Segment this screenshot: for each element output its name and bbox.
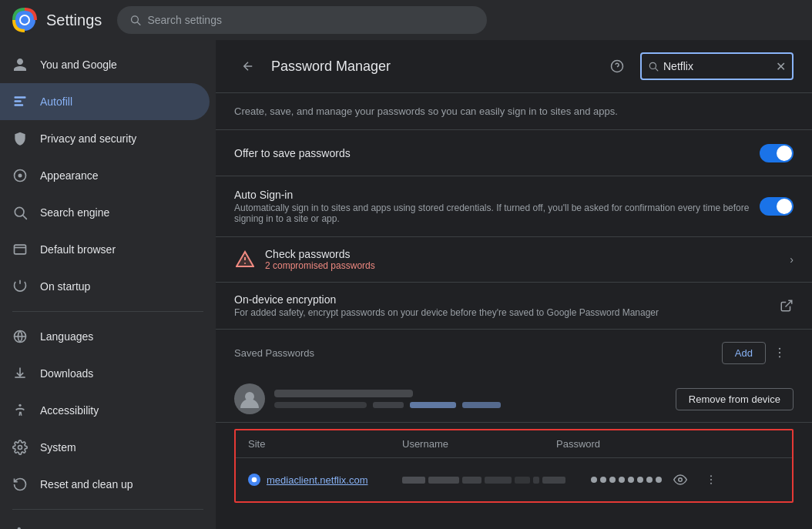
- auto-signin-row: Auto Sign-in Automatically sign in to si…: [216, 176, 812, 237]
- search-engine-icon: [12, 205, 28, 220]
- reset-icon: [12, 477, 28, 492]
- back-button[interactable]: [234, 52, 262, 80]
- sidebar-item-extensions[interactable]: Extensions ↗: [0, 516, 210, 529]
- autofill-icon: [12, 94, 28, 109]
- remove-from-device-button[interactable]: Remove from device: [676, 388, 794, 410]
- netflix-results-table: Site Username Password mediaclient.netfl…: [234, 429, 794, 503]
- password-manager-title: Password Manager: [271, 59, 594, 75]
- sidebar-item-system[interactable]: System: [0, 429, 210, 466]
- shield-icon: [12, 131, 28, 146]
- password-manager-header: Password Manager ✕: [216, 40, 812, 93]
- sidebar-item-default-browser[interactable]: Default browser: [0, 231, 210, 268]
- sidebar-item-system-label: System: [40, 441, 197, 454]
- auto-signin-toggle[interactable]: [760, 197, 794, 216]
- sidebar-item-search-engine-label: Search engine: [40, 206, 197, 219]
- sidebar-item-search-engine[interactable]: Search engine: [0, 194, 210, 231]
- svg-point-9: [18, 174, 22, 178]
- sidebar-item-reset-label: Reset and clean up: [40, 478, 197, 490]
- browser-icon: [12, 242, 28, 257]
- help-button[interactable]: [603, 52, 631, 80]
- sidebar-item-downloads[interactable]: Downloads: [0, 355, 210, 392]
- chevron-right-icon: ›: [790, 253, 794, 266]
- sidebar-item-privacy-security[interactable]: Privacy and security: [0, 120, 210, 157]
- svg-point-29: [779, 352, 780, 353]
- sidebar-item-accessibility-label: Accessibility: [40, 404, 197, 417]
- sidebar-item-on-startup-label: On startup: [40, 280, 197, 293]
- offer-save-toggle[interactable]: [760, 144, 794, 162]
- check-passwords-title: Check passwords: [265, 248, 790, 260]
- auto-signin-label: Auto Sign-in: [234, 189, 760, 201]
- search-clear-button[interactable]: ✕: [776, 59, 786, 74]
- saved-passwords-header: Saved Passwords Add: [216, 330, 812, 376]
- table-header-site: Site: [248, 438, 402, 450]
- svg-point-26: [244, 263, 246, 264]
- password-search-box[interactable]: ✕: [640, 52, 794, 80]
- page-title: Settings: [46, 12, 102, 29]
- site-link[interactable]: mediaclient.netflix.com: [267, 474, 368, 486]
- encryption-external-link-icon[interactable]: [780, 299, 794, 313]
- sidebar-item-languages-label: Languages: [40, 330, 197, 343]
- chrome-logo-icon: [12, 8, 37, 32]
- saved-passwords-label: Saved Passwords: [234, 347, 722, 359]
- sidebar-item-privacy-label: Privacy and security: [40, 132, 197, 145]
- saved-item-content: [274, 390, 666, 408]
- svg-rect-12: [15, 245, 26, 254]
- svg-point-28: [779, 348, 780, 350]
- encryption-title: On-device encryption: [234, 293, 780, 306]
- sidebar-item-autofill[interactable]: Autofill: [0, 83, 210, 120]
- sidebar-divider-2: [12, 509, 203, 510]
- sidebar-item-on-startup[interactable]: On startup: [0, 268, 210, 305]
- check-passwords-subtitle: 2 compromised passwords: [265, 260, 790, 271]
- sidebar-item-accessibility[interactable]: Accessibility: [0, 392, 210, 429]
- sidebar-item-you-google-label: You and Google: [40, 59, 197, 71]
- table-header-password: Password: [556, 438, 710, 450]
- offer-save-label: Offer to save passwords: [234, 147, 760, 159]
- check-passwords-row[interactable]: Check passwords 2 compromised passwords …: [216, 237, 812, 283]
- add-password-button[interactable]: Add: [722, 342, 766, 364]
- svg-line-4: [138, 22, 140, 25]
- offer-save-row: Offer to save passwords: [216, 130, 812, 176]
- saved-item-detail-blurred: [274, 402, 367, 408]
- power-icon: [12, 279, 28, 294]
- main-layout: You and Google Autofill Privacy and secu…: [0, 40, 812, 529]
- sidebar: You and Google Autofill Privacy and secu…: [0, 40, 216, 529]
- search-icon: [129, 14, 141, 26]
- site-cell: mediaclient.netflix.com: [248, 474, 402, 486]
- person-icon: [12, 57, 28, 72]
- saved-passwords-more-button[interactable]: [766, 339, 794, 367]
- svg-point-17: [18, 446, 22, 450]
- pm-description: Create, save, and manage your passwords …: [216, 93, 812, 130]
- saved-password-item: Remove from device: [216, 376, 812, 423]
- svg-line-24: [656, 69, 658, 71]
- appearance-icon: [12, 168, 28, 183]
- sidebar-item-you-google[interactable]: You and Google: [0, 46, 210, 83]
- svg-point-2: [21, 16, 29, 24]
- password-cell: [591, 467, 780, 492]
- table-header-username: Username: [402, 438, 556, 450]
- svg-rect-7: [15, 104, 24, 106]
- settings-search-bar[interactable]: [117, 6, 487, 34]
- table-header-row: Site Username Password: [236, 430, 792, 458]
- sidebar-item-languages[interactable]: Languages: [0, 318, 210, 355]
- on-device-encryption-row: On-device encryption For added safety, e…: [216, 283, 812, 330]
- svg-line-27: [786, 300, 792, 306]
- sidebar-item-default-browser-label: Default browser: [40, 243, 197, 256]
- sidebar-item-reset-clean-up[interactable]: Reset and clean up: [0, 466, 210, 503]
- row-more-button[interactable]: [699, 467, 723, 492]
- sidebar-item-appearance[interactable]: Appearance: [0, 157, 210, 194]
- topbar: Settings: [0, 0, 812, 40]
- sidebar-item-downloads-label: Downloads: [40, 367, 197, 380]
- svg-point-30: [779, 356, 780, 357]
- sidebar-item-autofill-label: Autofill: [40, 95, 197, 108]
- username-cell: [402, 477, 591, 484]
- globe-icon: [12, 329, 28, 344]
- content-area: Password Manager ✕: [216, 40, 812, 529]
- saved-item-name-blurred: [274, 390, 413, 397]
- sidebar-item-appearance-label: Appearance: [40, 169, 197, 182]
- settings-search-input[interactable]: [147, 14, 475, 26]
- svg-point-35: [710, 479, 712, 480]
- svg-rect-6: [15, 100, 22, 102]
- warning-icon: [234, 249, 256, 270]
- password-search-input[interactable]: [663, 60, 771, 72]
- show-password-button[interactable]: [668, 467, 693, 492]
